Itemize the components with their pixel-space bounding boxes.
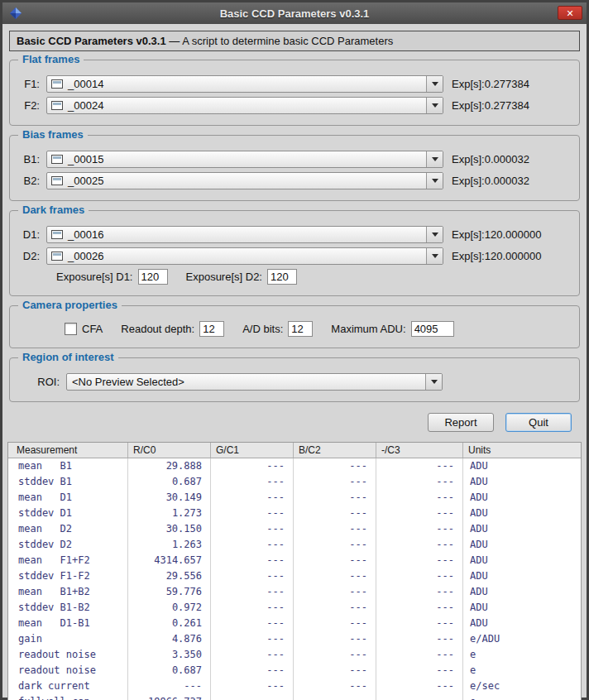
table-cell: stddev B1 <box>8 474 128 490</box>
table-cell: --- <box>294 678 376 694</box>
table-cell: --- <box>376 647 463 663</box>
table-cell: --- <box>211 631 294 647</box>
table-cell: mean D2 <box>8 521 128 537</box>
b2-combobox[interactable]: _00025 <box>46 172 443 189</box>
table-cell: e <box>463 647 581 663</box>
table-cell: mean B1 <box>8 458 128 474</box>
table-cell: --- <box>294 584 376 600</box>
table-row: fullwell cap.19966.737---------e <box>8 694 581 700</box>
button-row: Report Quit <box>9 413 572 432</box>
table-row: mean D230.150---------ADU <box>8 521 581 537</box>
combo-value: _00026 <box>68 250 426 262</box>
table-cell: --- <box>294 631 376 647</box>
title-bar[interactable]: Basic CCD Parameters v0.3.1 ✕ <box>2 2 587 24</box>
table-row: mean F1+F24314.657---------ADU <box>8 553 581 568</box>
table-cell: gain <box>8 631 128 647</box>
cfa-label: CFA <box>82 323 103 335</box>
combo-value: _00015 <box>68 153 426 165</box>
cfa-checkbox[interactable] <box>65 323 77 335</box>
ad-bits-input[interactable] <box>288 321 313 337</box>
combo-value: _00016 <box>68 228 426 241</box>
b2-label: B2: <box>18 175 40 187</box>
table-cell: stddev D1 <box>8 506 128 521</box>
chevron-down-icon[interactable] <box>426 76 443 92</box>
chevron-down-icon[interactable] <box>426 98 443 113</box>
exposure-readout: Exp[s]:0.000032 <box>452 175 529 187</box>
table-cell: ADU <box>463 537 581 553</box>
table-cell: --- <box>376 490 463 506</box>
table-cell: 59.776 <box>128 584 211 600</box>
image-icon <box>51 230 63 239</box>
table-cell: mean F1+F2 <box>8 553 128 568</box>
d1-combobox[interactable]: _00016 <box>46 226 443 243</box>
exposure-d2-input[interactable] <box>267 269 297 285</box>
table-row: mean B129.888---------ADU <box>8 458 581 474</box>
table-cell: --- <box>376 568 463 584</box>
table-cell: 1.263 <box>128 537 211 553</box>
camera-row: CFA Readout depth: A/D bits: Maximum ADU… <box>65 321 571 337</box>
column-header-units: Units <box>463 443 581 458</box>
table-cell: --- <box>294 694 376 700</box>
frame-row: B1: _00015 Exp[s]:0.000032 <box>18 151 571 168</box>
table-cell: --- <box>211 458 294 474</box>
table-cell: --- <box>376 584 463 600</box>
table-cell: --- <box>211 616 294 631</box>
roi-combobox[interactable]: <No Preview Selected> <box>66 373 443 391</box>
table-row: readout noise3.350---------e <box>8 647 581 663</box>
table-cell: 0.687 <box>128 663 211 678</box>
readout-depth-input[interactable] <box>199 321 224 337</box>
chevron-down-icon[interactable] <box>426 248 443 264</box>
table-cell: e/sec <box>463 678 581 694</box>
image-icon <box>51 101 63 110</box>
table-row: stddev B10.687---------ADU <box>8 474 581 490</box>
table-cell: 0.687 <box>128 474 211 490</box>
table-cell: --- <box>294 600 376 616</box>
chevron-down-icon[interactable] <box>426 173 443 189</box>
group-title: Bias frames <box>18 128 88 141</box>
b1-combobox[interactable]: _00015 <box>46 151 443 168</box>
exposure-readout: Exp[s]:0.000032 <box>452 153 529 165</box>
table-cell: --- <box>376 521 463 537</box>
table-row: dark current------------e/sec <box>8 678 581 694</box>
table-cell: --- <box>376 663 463 678</box>
f2-combobox[interactable]: _00024 <box>46 97 443 114</box>
d2-label: D2: <box>18 250 40 262</box>
quit-button[interactable]: Quit <box>505 413 572 432</box>
group-flat-frames: Flat frames F1: _00014 Exp[s]:0.277384 F… <box>9 60 580 126</box>
table-cell: --- <box>294 647 376 663</box>
frame-row: B2: _00025 Exp[s]:0.000032 <box>18 172 571 189</box>
f1-label: F1: <box>18 78 40 90</box>
roi-row: ROI: <No Preview Selected> <box>18 373 571 391</box>
table-cell: 30.150 <box>128 521 211 537</box>
dark-exposure-row: Exposure[s] D1: Exposure[s] D2: <box>56 269 571 285</box>
table-cell: mean D1-B1 <box>8 616 128 631</box>
table-cell: --- <box>211 584 294 600</box>
table-cell: 4.876 <box>128 631 211 647</box>
image-icon <box>51 252 63 261</box>
table-cell: --- <box>376 474 463 490</box>
table-cell: 19966.737 <box>128 694 211 700</box>
chevron-down-icon[interactable] <box>426 151 443 167</box>
exposure-d1-input[interactable] <box>138 269 168 285</box>
table-cell: --- <box>211 490 294 506</box>
table-cell: readout noise <box>8 647 128 663</box>
f1-combobox[interactable]: _00014 <box>46 75 443 93</box>
table-row: readout noise0.687---------e <box>8 663 581 678</box>
report-button[interactable]: Report <box>428 413 494 432</box>
readout-depth-label: Readout depth: <box>121 323 194 335</box>
chevron-down-icon[interactable] <box>426 227 443 242</box>
table-cell: ADU <box>463 616 581 631</box>
d2-combobox[interactable]: _00026 <box>46 247 443 265</box>
table-cell: --- <box>294 568 376 584</box>
close-button[interactable]: ✕ <box>558 6 582 20</box>
maximum-adu-input[interactable] <box>411 321 454 337</box>
chevron-down-icon[interactable] <box>425 374 442 390</box>
table-cell: --- <box>376 537 463 553</box>
table-cell: --- <box>211 647 294 663</box>
column-header-gc1: G/C1 <box>211 443 294 458</box>
table-cell: 0.972 <box>128 600 211 616</box>
table-cell: --- <box>211 553 294 568</box>
image-icon <box>51 176 63 185</box>
dialog-window: Basic CCD Parameters v0.3.1 ✕ Basic CCD … <box>0 0 589 700</box>
table-cell: ADU <box>463 506 581 521</box>
